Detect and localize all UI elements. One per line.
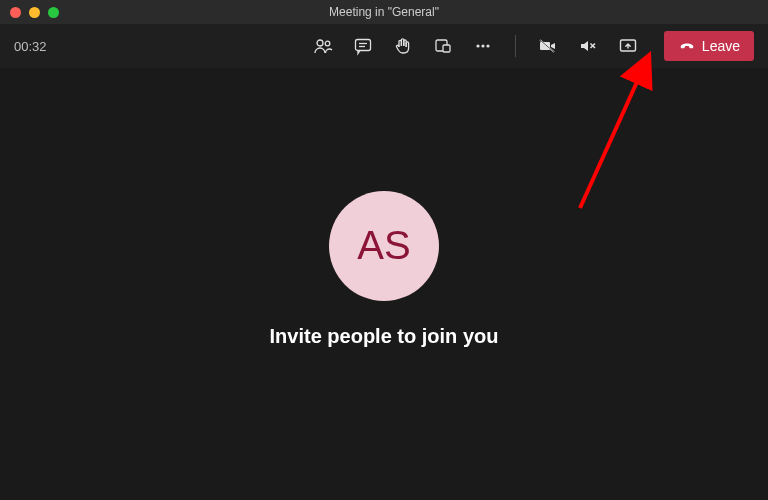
avatar-initials: AS [357,223,410,268]
participant-avatar: AS [329,191,439,301]
leave-button-label: Leave [702,38,740,54]
svg-rect-6 [443,45,450,52]
speaker-muted-icon[interactable] [578,36,598,56]
window-minimize-button[interactable] [29,7,40,18]
hangup-icon [678,37,696,55]
share-screen-icon[interactable] [618,36,638,56]
svg-point-0 [317,40,323,46]
invite-prompt: Invite people to join you [270,325,499,348]
svg-point-8 [481,44,484,47]
breakout-rooms-icon[interactable] [433,36,453,56]
toolbar-divider [515,35,516,57]
svg-rect-2 [355,40,370,51]
more-actions-icon[interactable] [473,36,493,56]
participants-icon[interactable] [313,36,333,56]
window-titlebar: Meeting in "General" [0,0,768,24]
meeting-stage: AS Invite people to join you [0,68,768,500]
window-close-button[interactable] [10,7,21,18]
raise-hand-icon[interactable] [393,36,413,56]
svg-point-7 [476,44,479,47]
chat-icon[interactable] [353,36,373,56]
meeting-timer: 00:32 [14,39,47,54]
camera-off-icon[interactable] [538,36,558,56]
traffic-lights [0,7,59,18]
window-title: Meeting in "General" [329,5,439,19]
leave-button[interactable]: Leave [664,31,754,61]
window-maximize-button[interactable] [48,7,59,18]
svg-point-9 [486,44,489,47]
svg-point-1 [325,41,330,46]
meeting-toolbar: 00:32 [0,24,768,68]
